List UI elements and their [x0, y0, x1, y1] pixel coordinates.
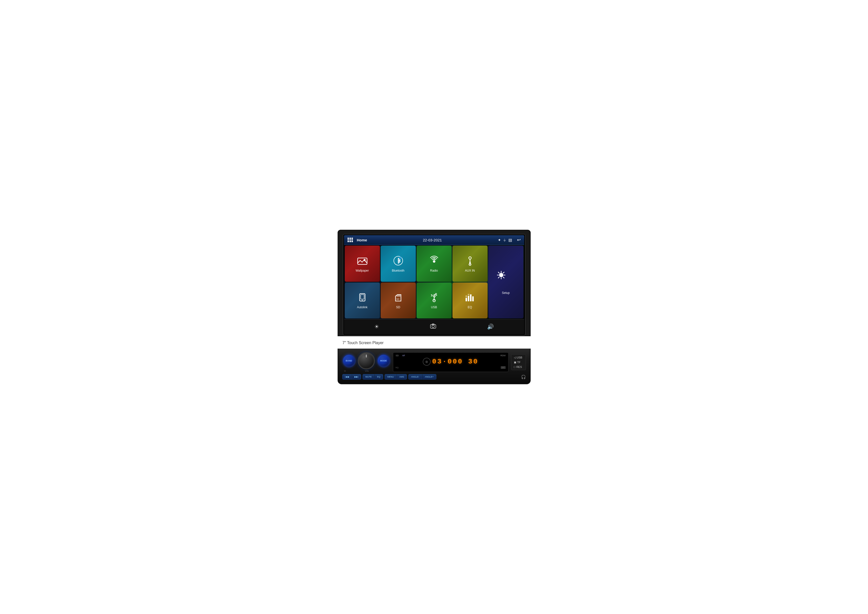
- volume-knob[interactable]: [358, 352, 375, 369]
- app-tile-wallpaper[interactable]: Wallpaper: [345, 246, 380, 282]
- status-icons: ✦ ⏚ ▤: [498, 238, 512, 242]
- res-arrow-icon: □: [514, 366, 516, 368]
- status-bar: Home 22-03-2021 ✦ ⏚ ▤ ↩: [344, 235, 524, 245]
- status-date: 22-03-2021: [370, 238, 494, 242]
- sd-indicator: SD: [396, 354, 399, 357]
- display-bottom-row: EQ GT: [396, 366, 506, 369]
- tf-port-label: TF: [517, 361, 521, 364]
- app-tile-eq[interactable]: EQ: [453, 282, 488, 319]
- svg-point-6: [469, 257, 471, 259]
- bluetooth-status-icon: ✦: [498, 238, 501, 242]
- res-port[interactable]: □ RES: [514, 366, 523, 368]
- sd-label: SD: [396, 305, 400, 309]
- next-button[interactable]: ▶▶|: [352, 374, 361, 379]
- ams-button[interactable]: AMS: [397, 374, 407, 379]
- setup-gear-icon: [496, 270, 516, 290]
- svg-point-8: [469, 262, 471, 263]
- device-caption: 7" Touch Screen Player: [338, 338, 384, 347]
- angle-group: ANGLE- ANGLE+: [408, 374, 436, 380]
- tf-arrow-icon: ▣: [514, 361, 516, 364]
- camera-button[interactable]: [426, 322, 440, 332]
- usb-status-icon: ⏚: [504, 238, 506, 242]
- app-tile-usb[interactable]: USB: [417, 282, 452, 319]
- svg-rect-13: [361, 295, 364, 299]
- svg-rect-32: [470, 295, 471, 301]
- compass-display: ⊕: [423, 358, 431, 366]
- usb-icon: [429, 292, 439, 304]
- setup-label: Setup: [502, 291, 510, 295]
- svg-point-37: [432, 325, 434, 327]
- svg-point-11: [500, 274, 502, 276]
- app-tile-bluetooth[interactable]: Bluetooth: [381, 246, 416, 282]
- prev-next-group: |◀◀ ▶▶|: [342, 374, 361, 380]
- svg-rect-33: [472, 296, 474, 301]
- screen-section: Home 22-03-2021 ✦ ⏚ ▤ ↩: [338, 230, 531, 336]
- auxin-label: AUX IN: [465, 269, 475, 272]
- display-digits: 03·000 30: [432, 358, 479, 366]
- svg-rect-34: [465, 295, 467, 297]
- app-tile-sd[interactable]: SD SD: [381, 282, 416, 319]
- back-button[interactable]: ↩: [517, 237, 521, 243]
- svg-text:SD: SD: [396, 298, 400, 300]
- af-indicator: AF: [402, 354, 405, 357]
- svg-rect-35: [468, 294, 469, 295]
- band-button[interactable]: BAND: [342, 354, 356, 367]
- sd-status-icon: ▤: [508, 238, 512, 242]
- head-unit: MCX-2715 BAND MODE O VOL: [338, 349, 531, 384]
- vol-label: VOL: [365, 370, 369, 372]
- home-title: Home: [357, 238, 367, 242]
- wallpaper-icon: [357, 256, 367, 267]
- bluetooth-icon: [393, 256, 403, 267]
- headphone-jack-icon: 🎧: [521, 375, 526, 379]
- usb-port[interactable]: ◁ USB: [514, 356, 523, 359]
- autolink-label: Autolink: [357, 305, 367, 309]
- band-label: BAND: [346, 360, 352, 362]
- app-tile-setup[interactable]: Setup: [488, 246, 524, 318]
- eq-label: EQ: [468, 305, 472, 309]
- usb-arrow-icon: ◁: [514, 356, 516, 359]
- power-label: O: [344, 370, 346, 372]
- tf-port[interactable]: ▣ TF: [514, 361, 523, 364]
- page-root: Home 22-03-2021 ✦ ⏚ ▤ ↩: [338, 230, 531, 384]
- svg-point-1: [364, 259, 366, 261]
- svg-point-4: [433, 260, 436, 263]
- bluetooth-label: Bluetooth: [392, 269, 405, 272]
- usb-label: USB: [431, 305, 437, 309]
- radio-label: Radio: [430, 269, 438, 272]
- rdm-indicator: RDM: [501, 354, 506, 357]
- gt-badge: GT: [501, 366, 505, 369]
- menu-button[interactable]: MENU: [385, 374, 397, 379]
- screen: Home 22-03-2021 ✦ ⏚ ▤ ↩: [344, 235, 524, 334]
- knob-labels: O VOL: [343, 370, 389, 372]
- display-indicators: SD AF: [396, 354, 405, 357]
- usb-port-label: USB: [517, 356, 522, 359]
- svg-rect-38: [432, 324, 434, 325]
- mute-eq-group: MUTE EQ: [363, 374, 383, 380]
- screen-bezel: Home 22-03-2021 ✦ ⏚ ▤ ↩: [343, 234, 525, 335]
- svg-rect-30: [465, 298, 467, 301]
- eq-button[interactable]: EQ: [375, 374, 383, 379]
- auxin-icon: [465, 256, 475, 267]
- mute-button[interactable]: MUTE: [363, 374, 375, 379]
- screen-bottom-bar: ☀ 🔊: [344, 319, 524, 334]
- angle-minus-button[interactable]: ANGLE-: [409, 374, 422, 379]
- autolink-icon: [357, 292, 367, 304]
- sd-icon: SD: [393, 292, 403, 304]
- grid-menu-icon[interactable]: [347, 238, 353, 242]
- app-tile-auxin[interactable]: AUX IN: [453, 246, 488, 282]
- wallpaper-label: Wallpaper: [356, 269, 369, 272]
- app-tile-radio[interactable]: Radio: [417, 246, 452, 282]
- app-tile-autolink[interactable]: Autolink: [345, 282, 380, 319]
- prev-button[interactable]: |◀◀: [343, 374, 352, 379]
- volume-button[interactable]: 🔊: [483, 322, 498, 332]
- display-top-row: SD AF RDM: [396, 354, 506, 357]
- menu-ams-group: MENU AMS: [384, 374, 407, 380]
- bottom-buttons-row: |◀◀ ▶▶| MUTE EQ MENU AMS ANGLE- ANGLE+ 🎧: [342, 374, 526, 380]
- head-unit-top: BAND MODE O VOL SD A: [342, 352, 526, 372]
- mode-button[interactable]: MODE: [377, 354, 390, 367]
- eq-bottom-label: EQ: [396, 366, 399, 369]
- left-controls: BAND MODE: [342, 352, 390, 369]
- svg-rect-31: [468, 296, 469, 301]
- brightness-button[interactable]: ☀: [370, 322, 383, 332]
- angle-plus-button[interactable]: ANGLE+: [422, 374, 436, 379]
